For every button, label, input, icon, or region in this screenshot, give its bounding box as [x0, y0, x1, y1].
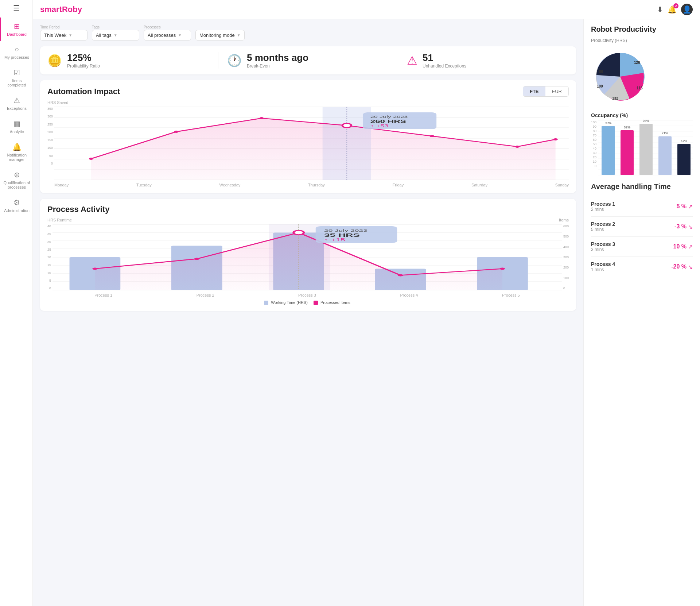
aht-process4-name: Process 4 — [591, 261, 615, 267]
svg-text:260 HRS: 260 HRS — [370, 119, 406, 124]
svg-text:↑ +15: ↑ +15 — [324, 238, 345, 242]
filters-row: Time Period This Week ▼ Tags All tags ▼ … — [40, 25, 576, 40]
sidebar-item-notification-manager[interactable]: 🔔 Notification manager — [0, 138, 32, 166]
svg-text:↑ +53: ↑ +53 — [370, 124, 389, 128]
sidebar-item-analytic[interactable]: ▦ Analytic — [0, 115, 32, 138]
fte-eur-toggle: FTE EUR — [523, 86, 569, 97]
process-right-y-axis: 600 500 400 300 200 100 0 — [562, 224, 569, 290]
process-activity-chart-wrapper: 40 35 30 25 20 15 10 5 0 — [47, 224, 569, 305]
svg-point-16 — [515, 146, 520, 148]
stat-exceptions: ⚠ 51 Unhandled Exceptions — [407, 52, 569, 69]
aht-process4-time: 1 mins — [591, 267, 615, 272]
process-activity-header: Process Activity — [47, 205, 569, 214]
svg-point-41 — [293, 231, 304, 235]
pie-chart-area: 126 115 132 100 80 Robot 1 — [591, 47, 693, 107]
svg-rect-73 — [677, 144, 691, 175]
process-x-axis: Process 1 Process 2 Process 3 Process 4 … — [52, 292, 562, 297]
processes-filter: Processes All processes ▼ — [144, 25, 191, 40]
avg-handling-time-section: Average handling Time Process 1 2 mins 5… — [591, 182, 693, 277]
processes-select[interactable]: All processes ▼ — [144, 30, 191, 40]
time-period-filter: Time Period This Week ▼ — [40, 25, 88, 40]
user-avatar[interactable]: 👤 — [681, 4, 693, 15]
process-activity-chart: Process Activity HRS Runtime Items 40 35… — [40, 199, 576, 311]
svg-point-12 — [174, 131, 179, 133]
svg-text:35 HRS: 35 HRS — [324, 233, 360, 238]
sidebar-label-items-completed: Items completed — [3, 78, 30, 87]
aht-process3-name: Process 3 — [591, 241, 615, 247]
robot-productivity-title: Robot Productivity — [591, 25, 693, 34]
download-icon[interactable]: ⬇ — [657, 5, 663, 14]
sidebar-item-administration[interactable]: ⚙ Administration — [0, 194, 32, 217]
header-icons: ⬇ 🔔 2 👤 — [657, 4, 693, 15]
exceptions-stat-icon: ⚠ — [407, 54, 417, 67]
svg-point-42 — [398, 274, 403, 277]
occupancy-title: Occupancy (%) — [591, 112, 693, 118]
time-period-label: Time Period — [40, 25, 88, 29]
process-activity-svg-wrap: 20 July 2023 35 HRS ↑ +15 Process 1 Proc… — [52, 224, 562, 305]
aht-process2-arrow: ↘ — [688, 223, 693, 230]
chevron-down-icon-3: ▼ — [178, 33, 182, 37]
sidebar-item-qualification[interactable]: ⊕ Qualification of processes — [0, 166, 32, 194]
fte-toggle-btn[interactable]: FTE — [523, 86, 545, 96]
header-logo: smartRoby — [40, 5, 82, 14]
svg-point-14 — [342, 123, 351, 128]
exceptions-value: 51 — [423, 52, 466, 63]
profitability-icon: 🪙 — [47, 54, 62, 67]
svg-text:20 July 2023: 20 July 2023 — [370, 115, 408, 119]
profitability-label: Profitability Ratio — [67, 63, 100, 69]
svg-point-15 — [430, 135, 434, 137]
x-axis-labels: Monday Tuesday Wednesday Thursday Friday… — [54, 181, 569, 187]
automation-impact-title: Automation Impact — [47, 87, 120, 96]
processed-items-legend-dot — [314, 301, 318, 305]
svg-point-39 — [92, 268, 97, 270]
automation-impact-svg-wrap: 20 July 2023 260 HRS ↑ +53 Monday Tuesda… — [54, 107, 569, 187]
sidebar: ☰ ⊞ Dashboard ○ My processes ☑ Items com… — [0, 0, 33, 606]
monitoring-mode-select[interactable]: Monitoring mode ▼ — [195, 30, 245, 40]
svg-text:90%: 90% — [605, 121, 611, 125]
chevron-down-icon-4: ▼ — [237, 33, 241, 37]
aht-process2-name: Process 2 — [591, 221, 615, 227]
sidebar-item-exceptions[interactable]: ⚠ Exceptions — [0, 92, 32, 115]
notification-bell-icon[interactable]: 🔔 2 — [668, 5, 677, 14]
sidebar-label-notification: Notification manager — [3, 153, 30, 162]
svg-text:94%: 94% — [643, 119, 649, 123]
eur-toggle-btn[interactable]: EUR — [545, 86, 568, 96]
productivity-hrs-label: Productivity (HRS) — [591, 38, 693, 43]
chevron-down-icon: ▼ — [69, 33, 72, 37]
time-period-select[interactable]: This Week ▼ — [40, 30, 88, 40]
svg-point-43 — [500, 268, 505, 270]
aht-process2-pct: -3 % — [674, 223, 687, 230]
processed-items-legend-label: Processed Items — [320, 300, 350, 305]
svg-marker-38 — [95, 233, 502, 290]
automation-impact-svg: 20 July 2023 260 HRS ↑ +53 — [54, 107, 569, 180]
occupancy-section: Occupancy (%) 100 90 80 70 60 50 40 30 — [591, 112, 693, 175]
svg-point-40 — [194, 258, 199, 260]
sidebar-label-administration: Administration — [4, 208, 30, 213]
aht-process3-time: 3 mins — [591, 247, 615, 252]
notification-icon: 🔔 — [12, 143, 22, 151]
sidebar-item-my-processes[interactable]: ○ My processes — [0, 41, 32, 64]
sidebar-label-analytic: Analytic — [10, 130, 24, 134]
hamburger-icon[interactable]: ☰ — [13, 4, 20, 12]
sidebar-item-items-completed[interactable]: ☑ Items completed — [0, 64, 32, 92]
svg-text:57%: 57% — [681, 139, 687, 143]
hrs-runtime-label: HRS Runtime — [47, 218, 72, 222]
svg-text:115: 115 — [637, 86, 643, 90]
processes-label: Processes — [144, 25, 191, 29]
hrs-saved-label: HRS Saved — [47, 100, 569, 105]
stat-break-even: 🕐 5 months ago Break-Even — [227, 52, 398, 69]
stat-profitability: 🪙 125% Profitability Ratio — [47, 52, 218, 69]
sidebar-item-dashboard[interactable]: ⊞ Dashboard — [0, 18, 32, 41]
sidebar-label-exceptions: Exceptions — [7, 106, 27, 111]
aht-row-process3: Process 3 3 mins 10 % ↗ — [591, 237, 693, 257]
svg-text:71%: 71% — [662, 131, 668, 135]
aht-process1-pct: 5 % — [676, 203, 687, 210]
svg-point-11 — [89, 158, 93, 160]
tags-select[interactable]: All tags ▼ — [92, 30, 139, 40]
qualification-icon: ⊕ — [14, 170, 20, 179]
aht-process4-pct: -20 % — [671, 263, 687, 270]
break-even-icon: 🕐 — [227, 54, 242, 67]
pie-chart-svg-2: 126 115 132 100 80 — [591, 47, 649, 106]
working-time-legend-label: Working Time (HRS) — [271, 300, 308, 305]
monitoring-mode-filter: Monitoring mode ▼ — [195, 25, 245, 40]
